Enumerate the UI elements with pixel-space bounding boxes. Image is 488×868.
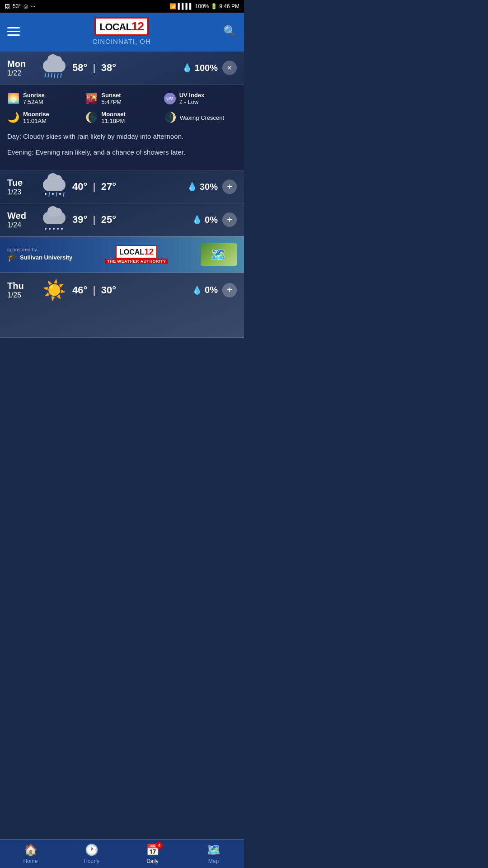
menu-button[interactable] bbox=[7, 27, 20, 36]
weather-icon-wed bbox=[41, 210, 68, 230]
precip-thu: 💧 0% bbox=[192, 285, 218, 295]
sunrise-icon: 🌅 bbox=[7, 93, 19, 104]
time-display: 9:46 PM bbox=[219, 3, 239, 9]
uv-item: UV UV Index 2 - Low bbox=[164, 92, 237, 105]
snow-rain-icon bbox=[42, 177, 66, 197]
gallery-icon: 🖼 bbox=[5, 3, 10, 9]
day-row-tue[interactable]: Tue 1/23 40° | 27° 💧 30% bbox=[0, 170, 244, 203]
day-row-thu[interactable]: Thu 1/25 ☀️ 46° | 30° 💧 0% + bbox=[0, 273, 244, 338]
signal-icon: ▌▌▌▌ bbox=[178, 3, 193, 9]
uv-info: UV Index 2 - Low bbox=[179, 92, 205, 105]
moon-phase-info: Waxing Crescent bbox=[180, 114, 225, 121]
moonrise-item: 🌙 Moonrise 11:01AM bbox=[7, 111, 80, 124]
moonrise-icon: 🌙 bbox=[7, 112, 19, 123]
search-button[interactable]: 🔍 bbox=[223, 25, 237, 38]
day-label-tue: Tue 1/23 bbox=[7, 178, 36, 196]
collapse-mon-button[interactable]: ✕ bbox=[222, 61, 237, 75]
target-icon: ◎ bbox=[23, 3, 28, 9]
moonrise-info: Moonrise 11:01AM bbox=[23, 111, 49, 124]
sponsor-info: sponsored by 🎓 Sullivan University bbox=[7, 247, 72, 262]
temps-mon: 58° | 38° bbox=[72, 62, 178, 74]
sunrise-item: 🌅 Sunrise 7:52AM bbox=[7, 92, 80, 105]
sunset-info: Sunset 5:47PM bbox=[101, 92, 122, 105]
moonset-info: Moonset 11:18PM bbox=[101, 111, 125, 124]
logo-area: LOCAL12 CINCINNATI, OH bbox=[92, 17, 151, 45]
day-row-mon-header[interactable]: Mon 1/22 58° | bbox=[0, 52, 244, 85]
day-label-mon: Mon 1/22 bbox=[7, 59, 36, 77]
weather-icon-tue bbox=[41, 177, 68, 197]
wifi-icon: 📶 bbox=[169, 3, 176, 9]
moon-phase-item: 🌒 Waxing Crescent bbox=[164, 111, 237, 124]
weather-icon-thu: ☀️ bbox=[41, 279, 68, 301]
rain-icon bbox=[42, 58, 66, 78]
logo-box: LOCAL12 bbox=[94, 17, 149, 36]
sunset-item: 🌇 Sunset 5:47PM bbox=[85, 92, 158, 105]
weather-content: Mon 1/22 58° | bbox=[0, 52, 244, 338]
moon-phase-icon: 🌒 bbox=[164, 112, 176, 123]
uv-icon: UV bbox=[164, 93, 176, 104]
sunrise-info: Sunrise 7:52AM bbox=[23, 92, 45, 105]
day-label-wed: Wed 1/24 bbox=[7, 211, 36, 229]
expand-wed-button[interactable]: + bbox=[222, 212, 237, 227]
battery-icon: 🔋 bbox=[211, 3, 217, 9]
ad-banner: sponsored by 🎓 Sullivan University LOCAL… bbox=[0, 236, 244, 273]
weather-icon-mon bbox=[41, 58, 68, 78]
city-label: CINCINNATI, OH bbox=[92, 38, 151, 45]
day-row-wed[interactable]: Wed 1/24 39° | 25° 💧 0% + bbox=[0, 203, 244, 236]
moonset-item: 🌘 Moonset 11:18PM bbox=[85, 111, 158, 124]
precip-wed: 💧 0% bbox=[192, 215, 218, 225]
ad-map-image: 🗺️ bbox=[201, 243, 237, 266]
ad-logo-area: LOCAL12 THE WEATHER AUTHORITY bbox=[105, 245, 168, 264]
temps-wed: 39° | 25° bbox=[72, 214, 188, 226]
logo-text: LOCAL12 bbox=[99, 21, 144, 33]
ad-logo-box: LOCAL12 bbox=[116, 245, 157, 259]
status-right: 📶 ▌▌▌▌ 100% 🔋 9:46 PM bbox=[169, 3, 239, 9]
more-icon: ··· bbox=[31, 3, 35, 9]
battery-pct: 100% bbox=[195, 3, 209, 9]
precip-mon: 💧 100% bbox=[182, 63, 218, 73]
expand-thu-button[interactable]: + bbox=[222, 283, 237, 297]
status-temp: 53° bbox=[13, 3, 21, 9]
moonset-icon: 🌘 bbox=[85, 112, 98, 123]
app-header: LOCAL12 CINCINNATI, OH 🔍 bbox=[0, 13, 244, 52]
temps-tue: 40° | 27° bbox=[72, 181, 183, 193]
status-left: 🖼 53° ◎ ··· bbox=[5, 3, 35, 9]
sun-moon-grid: 🌅 Sunrise 7:52AM 🌇 Sunset 5:47PM UV bbox=[7, 92, 237, 124]
temps-thu: 46° | 30° bbox=[72, 284, 188, 296]
precip-tue: 💧 30% bbox=[187, 182, 218, 192]
sunset-icon: 🌇 bbox=[85, 93, 98, 104]
expanded-panel-mon: 🌅 Sunrise 7:52AM 🌇 Sunset 5:47PM UV bbox=[0, 85, 244, 170]
snow-icon bbox=[42, 210, 66, 230]
status-bar: 🖼 53° ◎ ··· 📶 ▌▌▌▌ 100% 🔋 9:46 PM bbox=[0, 0, 244, 13]
day-row-mon: Mon 1/22 58° | bbox=[0, 52, 244, 170]
expand-tue-button[interactable]: + bbox=[222, 179, 237, 194]
day-label-thu: Thu 1/25 bbox=[7, 281, 36, 299]
forecast-text-mon: Day: Cloudy skies with rain likely by mi… bbox=[7, 132, 237, 157]
